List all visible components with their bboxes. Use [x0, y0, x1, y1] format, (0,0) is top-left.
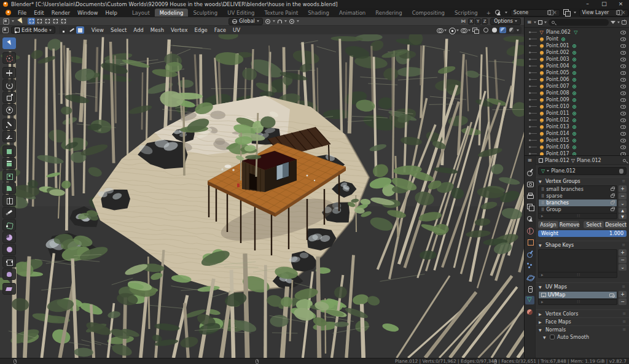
hide-viewport-eye-icon[interactable] — [620, 98, 626, 102]
outliner-item-point-011[interactable]: Point.011 — [525, 110, 629, 117]
hide-viewport-eye-icon[interactable] — [620, 118, 626, 122]
tool-scale[interactable] — [2, 91, 16, 103]
options-dropdown[interactable]: Options — [490, 18, 521, 25]
outliner-item-point[interactable]: Point — [525, 36, 629, 42]
maximize-button[interactable]: □ — [596, 0, 612, 8]
vertex-group-small-branches[interactable]: ⠿ small branches — [539, 186, 617, 193]
tool-loop-cut[interactable] — [2, 195, 16, 206]
hide-viewport-eye-icon[interactable] — [620, 112, 626, 115]
solid-shading-button[interactable] — [491, 27, 498, 33]
lock-icon[interactable] — [611, 208, 614, 211]
face-maps-header[interactable]: ▶ Face Maps ≡ — [536, 317, 629, 325]
outliner-item-point-001[interactable]: Point.001 — [525, 42, 629, 49]
pin-icon[interactable] — [623, 159, 626, 162]
move-up-button[interactable]: ▲ — [619, 207, 627, 213]
properties-tab-object-data[interactable] — [525, 296, 534, 304]
new-collection-icon[interactable] — [622, 20, 627, 25]
menu-file[interactable]: File — [14, 10, 30, 16]
viewport-menu-select[interactable]: Select — [107, 27, 130, 33]
properties-tab-constraints[interactable] — [525, 284, 534, 293]
vertex-group-group[interactable]: ⠿ Group — [539, 206, 617, 213]
outliner-item-point-015[interactable]: Point.015 — [525, 137, 629, 144]
viewport-menu-view[interactable]: View — [88, 27, 107, 33]
outliner-item-point-003[interactable]: Point.003 — [525, 56, 629, 63]
mirror-z-toggle[interactable]: Z — [482, 18, 488, 25]
outliner-item-point-007[interactable]: Point.007 — [525, 83, 629, 90]
outliner-item-point-002[interactable]: Point.002 — [525, 49, 629, 56]
chevron-down-icon[interactable] — [544, 21, 547, 23]
select-button[interactable]: Select — [584, 221, 604, 228]
vertex-colors-header[interactable]: ▶ Vertex Colors ≡ — [536, 309, 629, 317]
wireframe-shading-button[interactable] — [482, 27, 489, 33]
hide-viewport-eye-icon[interactable] — [620, 105, 626, 109]
xray-toggle-icon[interactable] — [472, 28, 478, 33]
outliner-item-point-010[interactable]: Point.010 — [525, 103, 629, 110]
properties-tab-physics[interactable] — [525, 273, 534, 281]
outliner-item-point-005[interactable]: Point.005 — [525, 69, 629, 76]
render-camera-icon[interactable] — [609, 293, 614, 297]
vertex-groups-header[interactable]: ▼ Vertex Groups ≡ — [536, 177, 629, 185]
tool-spin[interactable] — [2, 231, 16, 243]
viewport-menu-vertex[interactable]: Vertex — [168, 27, 191, 33]
outliner-item-point-013[interactable]: Point.013 — [525, 123, 629, 130]
tool-inset-faces[interactable] — [2, 170, 16, 182]
tool-smooth[interactable] — [2, 244, 16, 255]
chevron-down-icon[interactable] — [297, 20, 299, 22]
select-subtract-button[interactable] — [44, 18, 51, 25]
add-group-button[interactable]: + — [619, 185, 627, 192]
rendered-shading-button[interactable] — [508, 27, 515, 33]
pivot-point-icon[interactable] — [265, 19, 270, 24]
minimize-button[interactable]: – — [579, 0, 596, 8]
tool-shear[interactable] — [2, 283, 16, 295]
tab-uv-editing[interactable]: UV Editing — [222, 9, 259, 17]
hide-viewport-eye-icon[interactable] — [620, 85, 626, 88]
close-button[interactable]: × — [612, 0, 629, 8]
properties-tab-material[interactable] — [525, 308, 534, 316]
outliner-item-point-014[interactable]: Point.014 — [525, 130, 629, 137]
chevron-down-icon[interactable] — [617, 21, 620, 23]
auto-smooth-checkbox[interactable] — [550, 335, 555, 339]
assign-button[interactable]: Assign — [538, 221, 558, 228]
viewport-canvas[interactable] — [0, 34, 524, 358]
tool-tweak[interactable] — [2, 37, 16, 49]
deselect-button[interactable]: Deselect — [605, 221, 627, 228]
add-uv-map-button[interactable]: + — [619, 291, 627, 298]
outliner-item-point-006[interactable]: Point.006 — [525, 76, 629, 83]
tool-cursor[interactable] — [2, 52, 16, 64]
hide-viewport-eye-icon[interactable] — [620, 152, 626, 156]
outliner-search-input[interactable] — [549, 19, 609, 26]
remove-group-button[interactable]: − — [619, 193, 627, 199]
tab-sculpting[interactable]: Sculpting — [188, 9, 222, 17]
select-new-button[interactable] — [28, 18, 35, 25]
viewport-menu-edge[interactable]: Edge — [191, 27, 211, 33]
tab-compositing[interactable]: Compositing — [407, 9, 450, 17]
tool-bevel[interactable] — [2, 182, 16, 194]
tab-modeling[interactable]: Modeling — [155, 9, 189, 17]
tool-poly-build[interactable] — [2, 219, 16, 231]
hide-viewport-eye-icon[interactable] — [620, 91, 626, 95]
editor-type-icon[interactable] — [3, 18, 9, 25]
viewport-menu-mesh[interactable]: Mesh — [147, 27, 167, 33]
orientation-dropdown[interactable]: Global — [229, 18, 263, 25]
tab-rendering[interactable]: Rendering — [370, 9, 407, 17]
vertex-group-branches[interactable]: ⠿ branches — [539, 199, 617, 206]
editor-type-icon[interactable]: ≡ — [528, 158, 533, 163]
mode-dropdown[interactable]: Edit Mode — [11, 26, 55, 34]
lock-icon[interactable] — [611, 188, 614, 191]
remove-button[interactable]: Remove — [560, 221, 580, 228]
chevron-down-icon[interactable] — [456, 29, 459, 31]
hide-viewport-eye-icon[interactable] — [620, 125, 626, 129]
tab-shading[interactable]: Shading — [303, 9, 334, 17]
view-layer-selector[interactable]: View Layer× — [579, 9, 629, 17]
move-down-button[interactable]: ▼ — [619, 214, 627, 219]
lock-icon[interactable] — [611, 195, 614, 198]
hide-viewport-eye-icon[interactable] — [620, 139, 626, 142]
select-invert-button[interactable] — [52, 18, 59, 25]
mirror-x-toggle[interactable]: X — [468, 18, 474, 25]
uv-map-uvmap[interactable]: UVMap — [539, 292, 617, 298]
tool-extrude-region[interactable] — [2, 158, 16, 169]
hide-viewport-eye-icon[interactable] — [620, 71, 626, 75]
menu-window[interactable]: Window — [74, 10, 102, 16]
tab-layout[interactable]: Layout — [127, 9, 155, 17]
add-shape-key-button[interactable]: + — [619, 249, 627, 256]
